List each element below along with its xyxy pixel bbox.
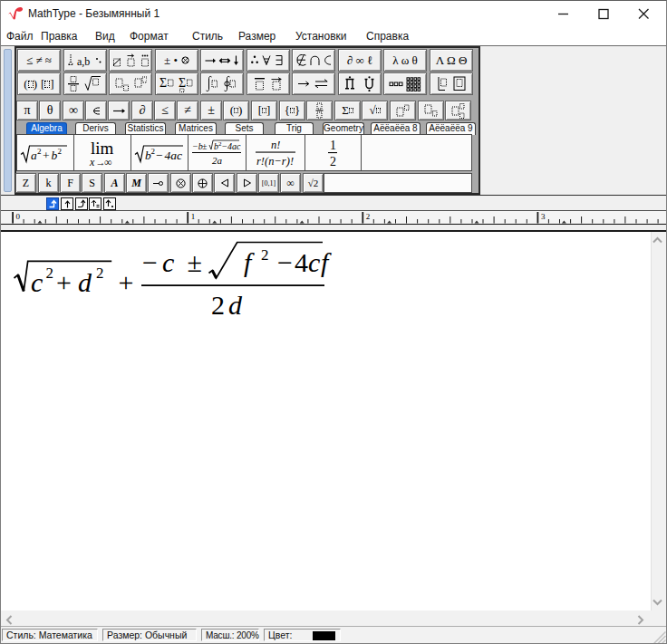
svg-text:c: c [31,267,43,297]
svg-text:2: 2 [57,147,62,156]
svg-text:n!: n! [271,139,280,151]
svg-text:−: − [142,247,158,277]
svg-text:lim: lim [91,139,114,158]
svg-text:−: − [277,247,293,277]
svg-text:1: 1 [191,212,196,221]
svg-text:c: c [308,247,320,277]
svg-text:4ac: 4ac [164,149,182,162]
svg-text:2: 2 [96,264,104,282]
svg-text:a,b: a,b [77,54,90,67]
svg-text:1: 1 [330,139,336,152]
svg-text:+: + [119,267,134,297]
svg-text:−: − [156,149,163,162]
svg-text:±: ± [202,141,208,151]
svg-text:r!(n−r)!: r!(n−r)! [256,155,294,168]
svg-text:f: f [244,247,255,277]
svg-text:2: 2 [150,147,155,156]
svg-text:∞: ∞ [104,156,112,168]
svg-text:2a: 2a [212,155,223,166]
svg-text:4: 4 [295,247,308,277]
svg-text:b: b [51,149,57,162]
svg-text:±: ± [188,247,202,277]
svg-text:2: 2 [46,264,54,282]
svg-text:2: 2 [211,290,225,320]
svg-text:x: x [89,156,95,168]
svg-text:2: 2 [366,212,371,221]
svg-text:d: d [228,290,243,320]
svg-text:f: f [321,247,332,277]
svg-text:+: + [56,267,72,297]
svg-text:+: + [43,149,50,162]
svg-text:2: 2 [37,147,42,156]
svg-text:2: 2 [261,246,269,264]
svg-text:0: 0 [16,212,21,221]
svg-text:d: d [78,267,92,297]
svg-text:c: c [162,247,174,277]
svg-text:Σ: Σ [179,76,186,90]
svg-text:−b: −b [192,141,203,151]
svg-text:2: 2 [330,155,336,168]
svg-text:3: 3 [541,212,546,221]
svg-text:Σ: Σ [160,76,167,90]
svg-text:a: a [31,149,37,162]
svg-text:4ac: 4ac [227,141,241,151]
